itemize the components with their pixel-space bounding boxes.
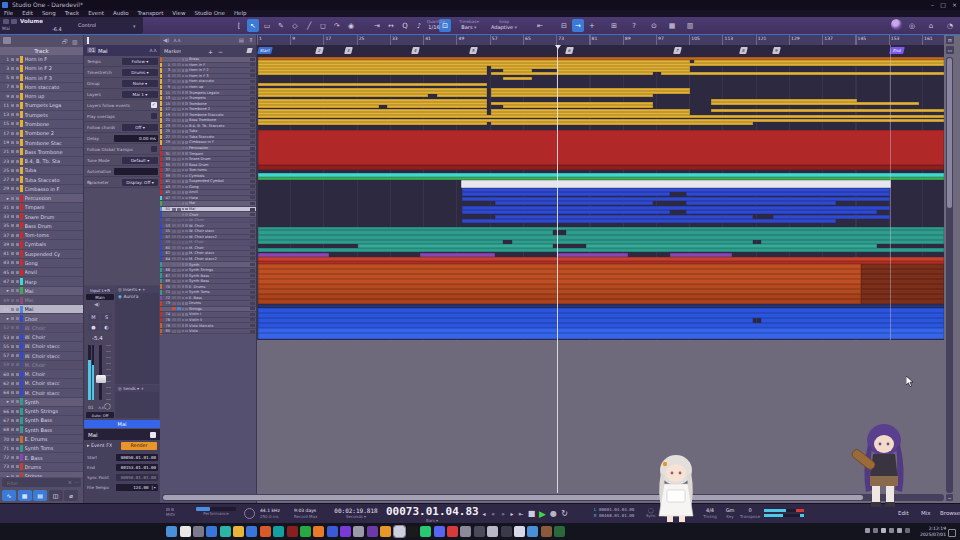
track-row-m-choir-stacc[interactable]: 62M. Choir stacc	[0, 379, 83, 388]
record-dot[interactable]	[182, 236, 185, 239]
solo-dot[interactable]	[16, 345, 19, 348]
track-row-synth-strings[interactable]: 66Synth Strings	[0, 407, 83, 416]
solo-dot[interactable]	[16, 85, 19, 88]
layout-columns-icon[interactable]: ▥	[684, 19, 696, 32]
solo-button[interactable]	[177, 141, 181, 144]
record-dot[interactable]	[182, 130, 185, 133]
speaker-icon[interactable]: ◀)	[163, 37, 169, 43]
solo-dot[interactable]	[16, 58, 19, 61]
clip[interactable]	[462, 192, 670, 196]
menu-edit[interactable]: Edit	[22, 10, 33, 17]
solo-button[interactable]	[177, 291, 181, 294]
mute-dot[interactable]	[11, 113, 14, 116]
marker-3[interactable]: 3	[344, 47, 353, 54]
app-icon[interactable]	[260, 526, 271, 537]
record-dot[interactable]	[182, 208, 185, 211]
track-row-synth-toms[interactable]: 71Synth Toms	[0, 444, 83, 453]
mute-button[interactable]	[172, 63, 176, 66]
mute-tool[interactable]: ◻	[317, 19, 329, 32]
mute-button[interactable]	[172, 318, 176, 321]
mute-button[interactable]	[172, 235, 176, 238]
layers-icon[interactable]: 🗗	[62, 38, 68, 45]
solo-button[interactable]	[177, 130, 181, 133]
menu-event[interactable]: Event	[88, 10, 104, 17]
menu-song[interactable]: Song	[42, 10, 56, 17]
marker-start[interactable]: Start	[257, 47, 273, 54]
performance-meter[interactable]: Performance	[196, 507, 236, 516]
user-icon[interactable]: ⊙	[648, 19, 660, 32]
app-icon[interactable]	[380, 526, 391, 537]
mute-dot[interactable]	[11, 178, 14, 181]
mute-button[interactable]	[172, 263, 176, 266]
clip[interactable]	[387, 105, 487, 108]
mute-dot[interactable]	[11, 58, 14, 61]
solo-button[interactable]	[177, 285, 181, 288]
record-dot[interactable]	[182, 230, 185, 233]
render-button[interactable]: Render	[121, 442, 157, 450]
record-dot[interactable]	[182, 224, 185, 227]
remove-marker-button[interactable]: −	[218, 48, 223, 55]
setting-value[interactable]: None ▾	[122, 80, 158, 87]
clip[interactable]	[437, 94, 487, 97]
mute-dot[interactable]	[11, 299, 14, 302]
solo-button[interactable]	[177, 274, 181, 277]
clip[interactable]	[258, 165, 944, 170]
record-dot[interactable]	[182, 297, 185, 300]
setting-value[interactable]: Default ▾	[122, 157, 158, 164]
solo-button[interactable]	[177, 246, 181, 249]
track-row-suspended-cy[interactable]: 41Suspended Cy	[0, 250, 83, 259]
filter-input[interactable]	[5, 478, 67, 489]
solo-button[interactable]	[177, 102, 181, 105]
app-icon[interactable]	[541, 526, 552, 537]
solo-button[interactable]	[177, 302, 181, 305]
menu-track[interactable]: Track	[65, 10, 79, 17]
solo-button[interactable]	[177, 313, 181, 316]
track-row-tuba[interactable]: 25Tuba	[0, 166, 83, 175]
mute-button[interactable]	[172, 147, 176, 150]
track-row-m-choir-stacc[interactable]: 64M. Choir stacc	[0, 389, 83, 398]
mute-dot[interactable]	[11, 95, 14, 98]
solo-button[interactable]	[177, 180, 181, 183]
bend-tool[interactable]: ↷	[331, 19, 343, 32]
chevron-down-icon[interactable]: ▾	[133, 23, 136, 29]
app-icon[interactable]	[554, 526, 565, 537]
solo-button[interactable]	[177, 330, 181, 333]
clip[interactable]	[661, 72, 944, 75]
app-icon[interactable]	[460, 526, 471, 537]
inserts-header[interactable]: ◎ Inserts ▾ +	[115, 286, 159, 293]
mute-dot[interactable]	[11, 308, 14, 311]
transpose-display[interactable]: 0 Transpose	[740, 507, 760, 519]
mute-dot[interactable]	[11, 391, 14, 394]
mute-dot[interactable]	[11, 122, 14, 125]
record-dot[interactable]	[182, 247, 185, 250]
input-select[interactable]: Input L+R	[86, 287, 114, 293]
solo-button[interactable]	[177, 63, 181, 66]
solo-dot[interactable]	[16, 224, 19, 227]
mute-button[interactable]	[172, 291, 176, 294]
solo-button[interactable]	[177, 230, 181, 233]
notifications-icon[interactable]: ◔	[944, 19, 956, 32]
automation-mode-button[interactable]: Auto: Off	[86, 412, 114, 418]
menu-view[interactable]: View	[172, 10, 185, 17]
horizontal-scrollbar[interactable]	[162, 494, 944, 501]
solo-dot[interactable]	[16, 141, 19, 144]
solo-dot[interactable]	[16, 410, 19, 413]
mute-dot[interactable]	[11, 400, 14, 403]
track-row-horn-in-f-3[interactable]: 5Horn in F 3	[0, 74, 83, 83]
solo-dot[interactable]	[16, 354, 19, 357]
solo-dot[interactable]	[16, 150, 19, 153]
solo-button[interactable]	[177, 152, 181, 155]
nudge-back-button[interactable]: ◂	[480, 508, 488, 519]
vertical-scroll-handle[interactable]	[947, 58, 952, 208]
mix-page-button[interactable]: Mix	[921, 510, 931, 516]
solo-dot[interactable]	[16, 336, 19, 339]
menu-audio[interactable]: Audio	[113, 10, 129, 17]
mute-dot[interactable]	[11, 160, 14, 163]
clear-filter-icon[interactable]: ×	[68, 479, 72, 485]
files-icon[interactable]: ▤	[33, 490, 47, 501]
track-row-w-choir-stacc[interactable]: 55W. Choir stacc	[0, 342, 83, 351]
record-dot[interactable]	[182, 252, 185, 255]
tray-icon[interactable]	[865, 528, 870, 533]
track-folder-percussion[interactable]: ▸Percussion	[0, 194, 83, 203]
automation-mode[interactable]: Control	[78, 22, 96, 28]
